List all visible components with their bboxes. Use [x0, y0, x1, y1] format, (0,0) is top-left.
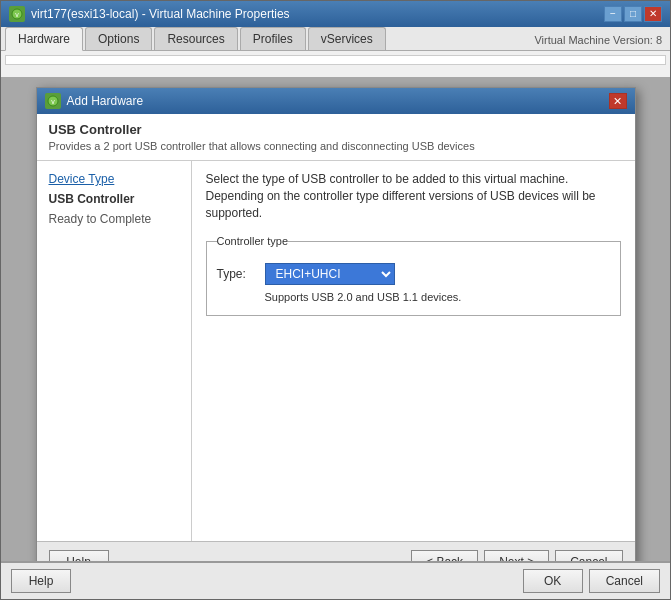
nav-ready-to-complete[interactable]: Ready to Complete	[37, 209, 191, 229]
nav-usb-controller[interactable]: USB Controller	[37, 189, 191, 209]
modal-close-button[interactable]: ✕	[609, 93, 627, 109]
modal-header: USB Controller Provides a 2 port USB con…	[37, 114, 635, 161]
nav-device-type[interactable]: Device Type	[37, 169, 191, 189]
cancel-button-main[interactable]: Cancel	[589, 569, 660, 593]
tab-hardware[interactable]: Hardware	[5, 27, 83, 51]
bottom-right-buttons: OK Cancel	[523, 569, 660, 593]
modal-header-title: USB Controller	[49, 122, 623, 137]
type-row: Type: EHCI+UHCI UHCI XHCI	[217, 263, 610, 285]
minimize-button[interactable]: −	[604, 6, 622, 22]
title-bar: v virt177(esxi13-local) - Virtual Machin…	[1, 1, 670, 27]
add-hardware-modal: v Add Hardware ✕ USB Controller Provides…	[36, 87, 636, 561]
help-button-main[interactable]: Help	[11, 569, 71, 593]
next-button[interactable]: Next >	[484, 550, 549, 561]
svg-text:v: v	[51, 98, 55, 105]
type-select[interactable]: EHCI+UHCI UHCI XHCI	[265, 263, 395, 285]
modal-overlay: v Add Hardware ✕ USB Controller Provides…	[1, 77, 670, 561]
version-label: Virtual Machine Version: 8	[534, 34, 666, 50]
modal-title-left: v Add Hardware	[45, 93, 144, 109]
modal-title: Add Hardware	[67, 94, 144, 108]
type-select-container: EHCI+UHCI UHCI XHCI	[265, 263, 395, 285]
tab-bar: Hardware Options Resources Profiles vSer…	[1, 27, 670, 51]
tab-options[interactable]: Options	[85, 27, 152, 50]
modal-body: Device Type USB Controller Ready to Comp…	[37, 161, 635, 541]
tab-resources[interactable]: Resources	[154, 27, 237, 50]
modal-right-panel: Select the type of USB controller to be …	[192, 161, 635, 541]
tab-profiles[interactable]: Profiles	[240, 27, 306, 50]
modal-title-bar: v Add Hardware ✕	[37, 88, 635, 114]
modal-footer: Help < Back Next > Cancel	[37, 541, 635, 561]
main-content-bg	[1, 51, 670, 69]
type-label: Type:	[217, 267, 257, 281]
modal-header-desc: Provides a 2 port USB controller that al…	[49, 140, 623, 152]
help-button-modal[interactable]: Help	[49, 550, 109, 561]
title-controls: − □ ✕	[604, 6, 662, 22]
content-area: v Add Hardware ✕ USB Controller Provides…	[1, 51, 670, 561]
app-icon: v	[9, 6, 25, 22]
bottom-bar: Help OK Cancel	[1, 561, 670, 599]
ok-button[interactable]: OK	[523, 569, 583, 593]
window-title: virt177(esxi13-local) - Virtual Machine …	[31, 7, 290, 21]
support-text: Supports USB 2.0 and USB 1.1 devices.	[265, 291, 610, 303]
panel-description: Select the type of USB controller to be …	[206, 171, 621, 221]
back-button[interactable]: < Back	[411, 550, 478, 561]
modal-icon: v	[45, 93, 61, 109]
title-bar-left: v virt177(esxi13-local) - Virtual Machin…	[9, 6, 290, 22]
close-window-button[interactable]: ✕	[644, 6, 662, 22]
controller-type-group: Controller type Type: EHCI+UHCI UHCI XHC…	[206, 235, 621, 316]
restore-button[interactable]: □	[624, 6, 642, 22]
group-legend: Controller type	[217, 235, 289, 247]
footer-right-buttons: < Back Next > Cancel	[411, 550, 622, 561]
main-window: v virt177(esxi13-local) - Virtual Machin…	[0, 0, 671, 600]
modal-left-nav: Device Type USB Controller Ready to Comp…	[37, 161, 192, 541]
svg-text:v: v	[15, 11, 19, 18]
tabs-container: Hardware Options Resources Profiles vSer…	[5, 27, 388, 50]
bg-table	[5, 55, 666, 65]
cancel-button-modal[interactable]: Cancel	[555, 550, 622, 561]
tab-vservices[interactable]: vServices	[308, 27, 386, 50]
